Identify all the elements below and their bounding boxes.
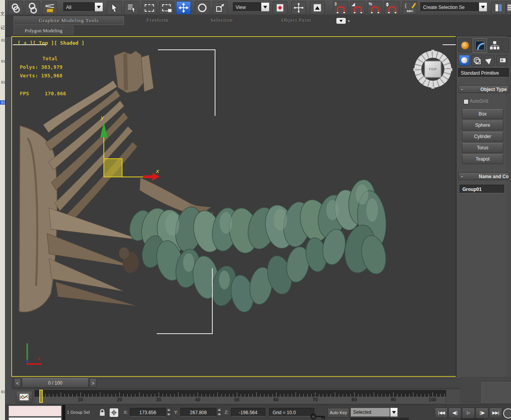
align-icon[interactable]: [291, 1, 306, 14]
object-name-field[interactable]: Group01: [460, 185, 504, 193]
ribbon-tab-object-paint[interactable]: Object Paint: [269, 16, 324, 24]
rectangular-selection-region-icon[interactable]: [142, 1, 157, 14]
select-object-icon[interactable]: [107, 1, 122, 14]
selection-lock-icon[interactable]: [99, 409, 106, 418]
ribbon-panel-polygon-modeling[interactable]: Polygon Modeling: [14, 26, 74, 35]
keyboard-override-icon[interactable]: [310, 1, 325, 14]
selection-filter-dropdown[interactable]: All: [63, 2, 94, 12]
select-and-link-icon[interactable]: [8, 1, 23, 14]
select-and-rotate-icon[interactable]: [195, 1, 210, 14]
hierarchy-tab[interactable]: [488, 38, 502, 52]
named-selection-set-arrow[interactable]: [479, 2, 487, 12]
stat-fps-label: FPS: [20, 91, 29, 96]
teapot-button[interactable]: Teapot: [462, 154, 503, 164]
geometry-category-icon[interactable]: [459, 55, 470, 66]
spinner-snap-icon[interactable]: [385, 1, 399, 14]
maxscript-mini-listener[interactable]: [9, 406, 61, 416]
mini-curve-editor-button[interactable]: [16, 391, 32, 403]
object-type-rollout[interactable]: - Object Type: [458, 85, 509, 93]
window-crossing-icon[interactable]: [159, 1, 174, 14]
statusbar-partial-control: [461, 418, 484, 420]
frame-number: 20: [117, 397, 122, 402]
previous-frame-button[interactable]: ◀||: [448, 408, 461, 418]
select-and-move-icon[interactable]: [176, 1, 191, 14]
current-frame-marker[interactable]: [39, 390, 43, 403]
key-filter-arrow[interactable]: [390, 408, 398, 417]
bind-to-space-warp-icon[interactable]: [42, 1, 57, 14]
auto-key-button[interactable]: Auto Key: [327, 408, 349, 418]
geometry-type-dropdown[interactable]: Standard Primitive: [458, 68, 509, 77]
sphere-button[interactable]: Sphere: [462, 121, 503, 130]
list-item[interactable]: 01: [0, 38, 5, 42]
frame-number: 40: [195, 397, 200, 402]
torus-button[interactable]: Torus: [462, 143, 503, 153]
y-coordinate-field[interactable]: 267.808: [180, 408, 216, 416]
name-and-color-rollout[interactable]: - Name and Color: [458, 172, 509, 180]
rollout-collapse-icon: -: [459, 173, 465, 180]
named-selection-set-field[interactable]: Create Selection Se: [420, 2, 479, 12]
ribbon-options-dot[interactable]: [348, 20, 350, 22]
y-coordinate-label: Y:: [174, 410, 178, 415]
panel-footer-box: [481, 382, 511, 402]
background-glyph: 记: [0, 25, 5, 31]
cameras-category-icon[interactable]: [496, 55, 507, 66]
list-item[interactable]: 01: [0, 80, 5, 84]
reference-coordinate-dropdown[interactable]: View: [233, 2, 261, 12]
list-item[interactable]: 01: [0, 59, 5, 63]
unlink-selection-icon[interactable]: [25, 1, 40, 14]
edit-named-selection-sets-icon[interactable]: ABC {: [402, 1, 417, 14]
create-tab[interactable]: [458, 38, 472, 52]
ribbon-tab-freeform[interactable]: Freeform: [134, 16, 181, 24]
go-to-end-button[interactable]: ▶▶|: [489, 408, 502, 418]
select-by-name-icon[interactable]: [124, 1, 139, 14]
ribbon-tab-graphite-modeling-tools[interactable]: Graphite Modeling Tools: [14, 16, 124, 25]
time-slider-next-button[interactable]: >: [89, 378, 96, 388]
maxscript-listener-line[interactable]: [9, 417, 61, 420]
viewcube-top-face[interactable]: TOP: [424, 61, 441, 78]
x-spinner[interactable]: [166, 408, 171, 416]
cylinder-button[interactable]: Cylinder: [462, 132, 503, 142]
ribbon-minimize-icon[interactable]: [336, 18, 346, 24]
mirror-icon[interactable]: [491, 1, 506, 14]
viewcube[interactable]: TOP: [414, 51, 452, 88]
viewport-scene[interactable]: y x x: [12, 37, 464, 376]
z-coordinate-field[interactable]: -196.564: [231, 408, 265, 416]
modify-tab[interactable]: [473, 38, 487, 52]
time-slider-handle[interactable]: 0 / 100: [22, 378, 89, 388]
select-and-manipulate-icon[interactable]: [273, 1, 287, 14]
ribbon-tab-selection[interactable]: Selection: [198, 16, 245, 24]
viewport-label[interactable]: [ + ][ Top ][ Shaded ]: [18, 40, 84, 46]
lights-category-icon[interactable]: [484, 55, 495, 66]
time-slider-prev-button[interactable]: <: [14, 378, 21, 388]
go-to-start-button[interactable]: |◀◀: [435, 408, 448, 418]
motion-tab[interactable]: [502, 38, 509, 52]
viewport-top[interactable]: y x x [ + ][ Top ][ Shaded ] Total Polys…: [11, 36, 465, 377]
x-coordinate-field[interactable]: 173.656: [130, 408, 166, 416]
shapes-category-icon[interactable]: [471, 55, 482, 66]
frame-number: 10: [78, 397, 83, 402]
reference-coordinate-arrow[interactable]: [261, 2, 270, 12]
layer-manager-icon[interactable]: [506, 1, 511, 14]
list-item[interactable]: 01: [0, 100, 5, 105]
autogrid-checkbox[interactable]: [464, 99, 469, 104]
set-key-icon[interactable]: [310, 413, 326, 420]
snap-3d-mark: 3: [334, 2, 337, 6]
angle-snap-icon[interactable]: [350, 1, 365, 14]
percent-snap-icon[interactable]: %: [368, 1, 382, 14]
play-button[interactable]: ▷: [462, 408, 475, 418]
gizmo-y-label: y: [100, 114, 104, 121]
background-glyph: 文: [0, 11, 5, 17]
next-frame-button[interactable]: ||▶: [476, 408, 488, 418]
lower-right-panel-area: [460, 377, 511, 404]
y-spinner[interactable]: [217, 408, 222, 416]
key-filter-dropdown[interactable]: Selected: [350, 408, 390, 417]
selection-status: 1 Group Sel: [67, 410, 90, 415]
autogrid-label: AutoGrid: [470, 98, 488, 104]
tripod-x-label: x: [38, 356, 40, 362]
select-and-scale-icon[interactable]: [213, 1, 228, 14]
transform-type-in-icon[interactable]: [110, 408, 118, 417]
box-button[interactable]: Box: [462, 109, 503, 119]
set-key-mode-button[interactable]: [503, 408, 511, 418]
selection-filter-arrow[interactable]: [94, 2, 103, 12]
snap-toggle-3d-icon[interactable]: 3: [333, 1, 348, 14]
